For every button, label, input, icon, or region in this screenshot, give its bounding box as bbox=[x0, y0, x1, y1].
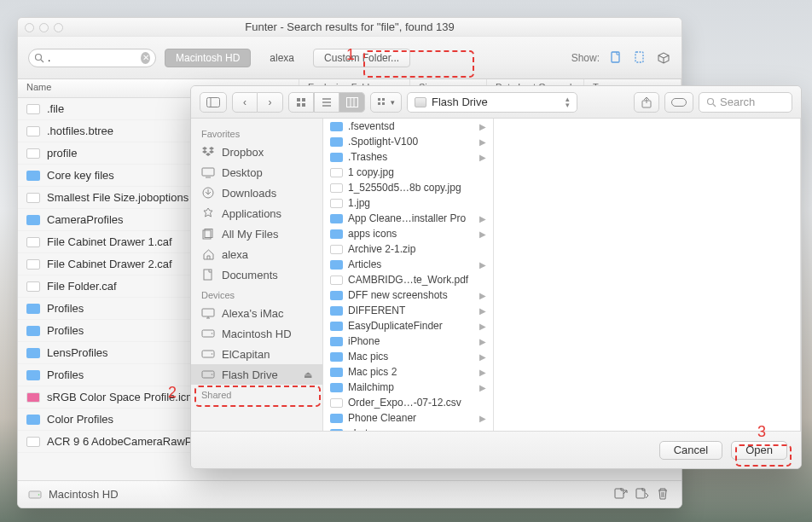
item-name: 1 copy.jpg bbox=[348, 166, 486, 178]
chevron-right-icon: ▶ bbox=[479, 414, 486, 423]
show-packages-icon[interactable] bbox=[656, 50, 671, 66]
scope-custom-folder[interactable]: Custom Folder... bbox=[313, 49, 410, 67]
sidebar-item-downloads[interactable]: Downloads bbox=[191, 183, 322, 203]
file-name: CameraProfiles bbox=[47, 213, 124, 226]
column-view-button[interactable] bbox=[339, 92, 365, 113]
trash-icon[interactable] bbox=[657, 487, 671, 502]
eject-icon[interactable]: ⏏ bbox=[304, 369, 312, 380]
browser-item[interactable]: EasyDuplicateFinder▶ bbox=[323, 318, 493, 334]
browser-item[interactable]: .Spotlight-V100▶ bbox=[323, 134, 493, 149]
search-icon bbox=[34, 53, 44, 63]
browser-item[interactable]: 1.jpg bbox=[323, 195, 493, 211]
browser-item[interactable]: 1_52550d5…8b copy.jpg bbox=[323, 180, 493, 195]
minimize-dot[interactable] bbox=[39, 23, 49, 32]
folder-icon bbox=[330, 414, 343, 423]
item-name: DIFFERENT bbox=[348, 304, 474, 316]
cancel-button[interactable]: Cancel bbox=[659, 441, 722, 460]
browser-item[interactable]: .Trashes▶ bbox=[323, 149, 493, 165]
back-button[interactable]: ‹ bbox=[232, 92, 258, 113]
sidebar-device-elcapitan[interactable]: ElCapitan bbox=[191, 344, 322, 364]
file-icon bbox=[330, 276, 343, 285]
browser-item[interactable]: DFF new screenshots▶ bbox=[323, 287, 493, 303]
search-input[interactable] bbox=[48, 50, 137, 66]
zoom-dot[interactable] bbox=[54, 23, 63, 32]
browser-item[interactable]: App Cleane…installer Pro▶ bbox=[323, 211, 493, 226]
shared-header: Shared bbox=[191, 385, 322, 403]
sidebar-item-desktop[interactable]: Desktop bbox=[191, 162, 322, 183]
open-button[interactable]: Open bbox=[731, 441, 787, 460]
browser-item[interactable]: iPhone▶ bbox=[323, 334, 493, 349]
show-docs-icon[interactable] bbox=[608, 50, 624, 66]
file-icon bbox=[26, 104, 40, 114]
browser-item[interactable]: Mac pics▶ bbox=[323, 349, 493, 364]
sidebar-device-alexa-s-imac[interactable]: Alexa's iMac bbox=[191, 303, 322, 323]
sidebar-item-all-my-files[interactable]: All My Files bbox=[191, 223, 322, 244]
sidebar-toggle-button[interactable] bbox=[200, 92, 227, 113]
sidebar-label: Documents bbox=[222, 269, 278, 281]
location-label: Flash Drive bbox=[432, 96, 488, 108]
nav-segment: ‹ › bbox=[232, 92, 283, 113]
browser-item[interactable]: Articles▶ bbox=[323, 257, 493, 272]
svg-rect-10 bbox=[297, 98, 300, 102]
browser-item[interactable]: 1 copy.jpg bbox=[323, 165, 493, 180]
file-icon bbox=[26, 392, 40, 403]
view-segment bbox=[288, 92, 365, 113]
folder-icon bbox=[330, 291, 343, 300]
tags-button[interactable] bbox=[664, 92, 693, 113]
browser-column-2[interactable] bbox=[494, 119, 801, 431]
browser-item[interactable]: Mac pics 2▶ bbox=[323, 364, 493, 380]
chevron-right-icon: ▶ bbox=[479, 291, 486, 300]
file-name: profile bbox=[47, 147, 77, 160]
svg-rect-21 bbox=[382, 98, 385, 101]
home-icon bbox=[201, 249, 215, 260]
svg-rect-8 bbox=[207, 97, 220, 107]
chevron-right-icon: ▶ bbox=[479, 368, 486, 377]
sidebar-item-dropbox[interactable]: Dropbox bbox=[191, 142, 322, 162]
share-button[interactable] bbox=[634, 92, 659, 113]
sheet-search-field[interactable]: Search bbox=[699, 92, 792, 113]
location-popup[interactable]: Flash Drive ▴▾ bbox=[407, 92, 577, 113]
sidebar-device-flash-drive[interactable]: Flash Drive⏏ bbox=[191, 364, 322, 385]
traffic-lights[interactable] bbox=[25, 23, 63, 32]
folder-icon bbox=[26, 171, 40, 181]
item-name: Archive 2-1.zip bbox=[348, 243, 486, 255]
folder-icon bbox=[330, 322, 343, 331]
forward-button[interactable]: › bbox=[258, 92, 283, 113]
arrange-button[interactable]: ▾ bbox=[370, 92, 402, 113]
sidebar-item-home[interactable]: alexa bbox=[191, 244, 322, 264]
item-name: App Cleane…installer Pro bbox=[348, 212, 474, 224]
browser-item[interactable]: CAMBRIDG…te_Work.pdf bbox=[323, 272, 493, 287]
browser-item[interactable]: photos▶ bbox=[323, 426, 493, 431]
reveal-icon[interactable] bbox=[614, 487, 629, 502]
clear-search-icon[interactable]: ✕ bbox=[141, 52, 150, 64]
show-hidden-icon[interactable] bbox=[632, 50, 647, 66]
list-view-button[interactable] bbox=[314, 92, 339, 113]
sidebar-device-macintosh-hd[interactable]: Macintosh HD bbox=[191, 323, 322, 344]
sidebar-label: Macintosh HD bbox=[222, 328, 292, 340]
icon-view-button[interactable] bbox=[288, 92, 314, 113]
item-name: photos bbox=[348, 427, 474, 431]
scope-alexa[interactable]: alexa bbox=[259, 49, 304, 67]
item-name: iPhone bbox=[348, 335, 474, 347]
item-name: .Trashes bbox=[348, 151, 474, 163]
browser-item[interactable]: DIFFERENT▶ bbox=[323, 303, 493, 318]
search-field[interactable]: ✕ bbox=[28, 49, 156, 67]
hd-icon bbox=[201, 349, 215, 360]
close-dot[interactable] bbox=[25, 23, 34, 32]
browser-item[interactable]: Order_Expo…-07-12.csv bbox=[323, 395, 493, 410]
sidebar: FavoritesDropboxDesktopDownloadsApplicat… bbox=[191, 119, 323, 431]
copy-path-icon[interactable] bbox=[635, 487, 650, 502]
browser-item[interactable]: Phone Cleaner▶ bbox=[323, 410, 493, 426]
browser-item[interactable]: .fseventsd▶ bbox=[323, 119, 493, 134]
browser-column-1[interactable]: .fseventsd▶.Spotlight-V100▶.Trashes▶1 co… bbox=[323, 119, 494, 431]
sidebar-label: Dropbox bbox=[222, 146, 264, 159]
sidebar-item-applications[interactable]: Applications bbox=[191, 203, 322, 223]
file-name: sRGB Color Space Profile.icm bbox=[47, 391, 195, 403]
browser-item[interactable]: apps icons▶ bbox=[323, 226, 493, 241]
sidebar-item-documents[interactable]: Documents bbox=[191, 264, 322, 285]
item-name: .fseventsd bbox=[348, 120, 474, 132]
item-name: Mac pics bbox=[348, 351, 474, 362]
browser-item[interactable]: Archive 2-1.zip bbox=[323, 241, 493, 257]
browser-item[interactable]: Mailchimp▶ bbox=[323, 380, 493, 395]
scope-macintosh-hd[interactable]: Macintosh HD bbox=[165, 49, 251, 67]
